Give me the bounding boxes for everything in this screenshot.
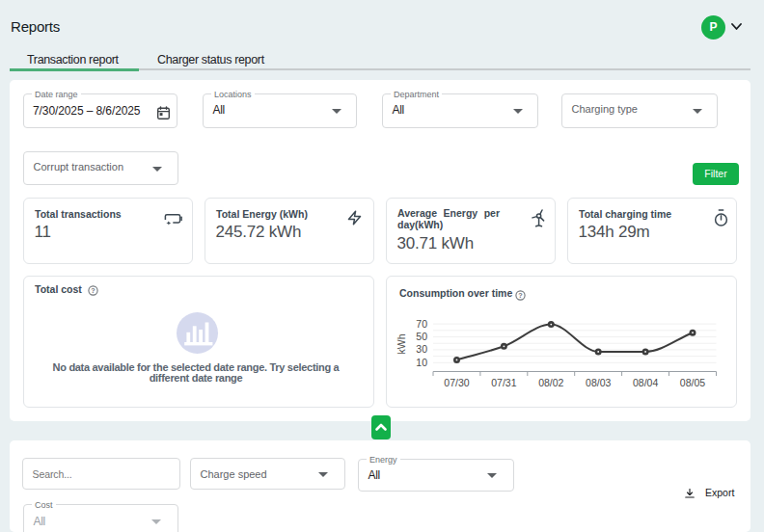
svg-text:?: ?	[91, 286, 95, 295]
svg-text:30: 30	[416, 343, 427, 355]
svg-text:50: 50	[416, 331, 427, 342]
svg-text:07/30: 07/30	[444, 377, 469, 388]
svg-text:10: 10	[416, 357, 427, 368]
svg-text:70: 70	[416, 318, 427, 330]
svg-text:08/03: 08/03	[586, 377, 611, 388]
svg-text:07/31: 07/31	[491, 377, 516, 388]
svg-text:kWh: kWh	[396, 333, 407, 354]
svg-text:08/04: 08/04	[633, 377, 658, 388]
svg-text:08/05: 08/05	[680, 377, 705, 388]
svg-text:08/02: 08/02	[538, 377, 563, 388]
